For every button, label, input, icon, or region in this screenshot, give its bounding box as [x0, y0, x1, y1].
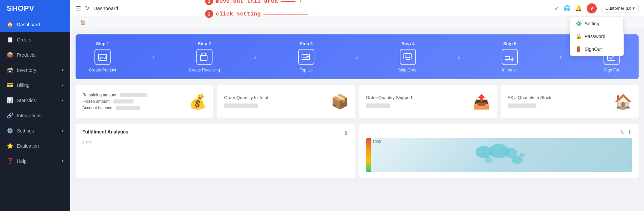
refresh-map-icon[interactable]: ↻ — [620, 129, 625, 135]
step-5: Step 5 In transit — [493, 41, 527, 72]
balance-labels: Remaining amount: Frozen amount: Account… — [82, 93, 147, 110]
topbar-right: ⤢ 🌐 🔔 V Customer ID: ▾ — [555, 3, 639, 13]
tab-bar: 🏠 — [70, 17, 644, 29]
globe-icon[interactable]: 🌐 — [564, 5, 570, 11]
annotation-text-1: move out this area — [216, 0, 278, 4]
world-map: 1000 — [366, 138, 632, 172]
order-total-left: Order Quantity In Total — [224, 95, 268, 108]
sidebar-item-products[interactable]: 📦 Products — [0, 47, 70, 62]
bell-icon[interactable]: 🔔 — [575, 5, 582, 11]
step-3-label: Step 3 — [300, 41, 313, 46]
remaining-amount-label: Remaining amount: — [82, 93, 117, 97]
step-6-name: Sign For — [604, 68, 619, 72]
orders-icon: 📋 — [7, 36, 13, 43]
sidebar-item-statistics[interactable]: 📊 Statistics ▾ — [0, 93, 70, 108]
step-4-icon — [400, 49, 416, 65]
sidebar-item-label: Evaluation — [17, 143, 39, 149]
order-shipped-card: Order Quantity Shipped 📤 — [359, 85, 497, 118]
step-4-label: Step 4 — [401, 41, 415, 46]
step-3-icon — [298, 49, 314, 65]
arrow-icon: › — [152, 53, 155, 61]
refresh-icon[interactable]: ↻ — [85, 5, 89, 11]
sidebar-item-dashboard[interactable]: 🏠 Dashboard — [0, 17, 70, 32]
sidebar-item-orders[interactable]: 📋 Orders — [0, 32, 70, 47]
chevron-down-icon: ▾ — [62, 83, 63, 87]
download-icon[interactable]: ⬇ — [343, 130, 348, 137]
expand-icon[interactable]: ⤢ — [555, 5, 559, 11]
frozen-amount-row: Frozen amount: — [82, 99, 147, 104]
warehouse-icon: 🏠 — [614, 93, 632, 110]
order-shipped-left: Order Quantity Shipped — [366, 95, 412, 108]
dropdown-menu: ⚙️ Setting 🔒 Password 🚪 SignOut — [570, 17, 624, 56]
download-map-icon[interactable]: ⬇ — [627, 129, 632, 135]
frozen-amount-label: Frozen amount: — [82, 99, 111, 104]
arrow-icon: › — [254, 53, 256, 61]
chevron-down-icon: ▾ — [62, 159, 63, 163]
step-1: Step 1 SKU Create Product — [86, 41, 119, 72]
setting-icon: ⚙️ — [576, 21, 582, 27]
account-balance-row: Account balance: — [82, 106, 147, 110]
step-2: Step 2 Create Receiving — [188, 41, 221, 72]
annotation-circle-1: 1 — [205, 0, 213, 5]
chevron-down-icon: ▾ — [62, 129, 63, 132]
page-title: Dashboard — [93, 5, 118, 11]
dropdown-setting-item[interactable]: ⚙️ Setting — [570, 17, 623, 30]
content-area: Step 1 SKU Create Product › Step 2 — [70, 29, 644, 211]
sidebar-item-label: Help — [17, 158, 27, 164]
step-1-icon: SKU — [94, 49, 111, 65]
annotation-circle-2: 2 — [205, 10, 213, 18]
menu-icon[interactable]: ☰ — [76, 5, 81, 12]
password-icon: 🔒 — [576, 33, 582, 39]
dropdown-signout-item[interactable]: 🚪 SignOut — [570, 43, 623, 56]
main-content: ☰ ↻ Dashboard ⤢ 🌐 🔔 V Customer ID: ▾ 1 m… — [70, 0, 644, 211]
customer-id-button[interactable]: Customer ID: ▾ — [601, 4, 639, 12]
logo: SHOPV — [0, 0, 70, 17]
step-4: Step 4 Ship Order — [391, 41, 425, 72]
sidebar-item-help[interactable]: ❓ Help ▾ — [0, 153, 70, 169]
chevron-down-icon: ▾ — [62, 68, 63, 72]
annotation-text-2: click setting — [216, 11, 261, 17]
order-total-label: Order Quantity In Total — [224, 95, 268, 100]
account-balance-label: Account balance: — [82, 106, 113, 110]
sku-stock-value — [508, 103, 536, 108]
order-total-value — [224, 103, 258, 108]
billing-icon: 💳 — [7, 82, 13, 88]
bar-chart — [82, 146, 348, 173]
avatar[interactable]: V — [587, 3, 597, 13]
svg-rect-2 — [200, 56, 207, 60]
step-5-label: Step 5 — [503, 41, 516, 46]
sku-stock-left: SKU Quantity In Stock — [508, 95, 551, 108]
order-total-card: Order Quantity In Total 📦 — [217, 85, 355, 118]
evaluation-icon: ⭐ — [7, 143, 13, 149]
arrow-icon: › — [458, 53, 460, 61]
step-3: Step 3 Top Up — [289, 41, 323, 72]
steps-banner: Step 1 SKU Create Product › Step 2 — [76, 34, 639, 79]
box-icon: 📦 — [331, 93, 348, 110]
sidebar-item-billing[interactable]: 💳 Billing ▾ — [0, 78, 70, 93]
tab-dashboard[interactable]: 🏠 — [76, 17, 90, 28]
step-3-name: Top Up — [300, 68, 313, 72]
sidebar-item-evaluation[interactable]: ⭐ Evaluation — [0, 138, 70, 153]
svg-rect-7 — [405, 55, 410, 58]
svg-text:SKU: SKU — [99, 56, 106, 59]
sidebar-item-integrations[interactable]: 🔗 Integrations — [0, 108, 70, 123]
setting-label: Setting — [585, 21, 599, 26]
statistics-icon: 📊 — [7, 97, 13, 103]
chevron-down-icon: ▾ — [62, 98, 63, 102]
signout-label: SignOut — [585, 47, 602, 52]
svg-point-11 — [511, 60, 513, 61]
remaining-amount-value — [120, 93, 147, 97]
step-2-icon — [196, 49, 213, 65]
bottom-row: Fulfillment Analytics ⬇ 2,500 — [76, 124, 639, 178]
sku-stock-card: SKU Quantity In Stock 🏠 — [501, 85, 639, 118]
sidebar-item-label: Dashboard — [17, 22, 40, 27]
step-5-icon — [502, 49, 518, 65]
sidebar-item-settings[interactable]: ⚙️ Settings ▾ — [0, 123, 70, 138]
sidebar-item-inventory[interactable]: 🗃️ Inventory ▾ — [0, 62, 70, 78]
map-card: ↻ ⬇ 1000 — [359, 124, 639, 178]
dropdown-password-item[interactable]: 🔒 Password — [570, 30, 623, 43]
step-1-label: Step 1 — [96, 41, 109, 46]
step-2-label: Step 2 — [198, 41, 211, 46]
sidebar-item-label: Orders — [17, 37, 31, 42]
dashboard-icon: 🏠 — [7, 21, 13, 28]
